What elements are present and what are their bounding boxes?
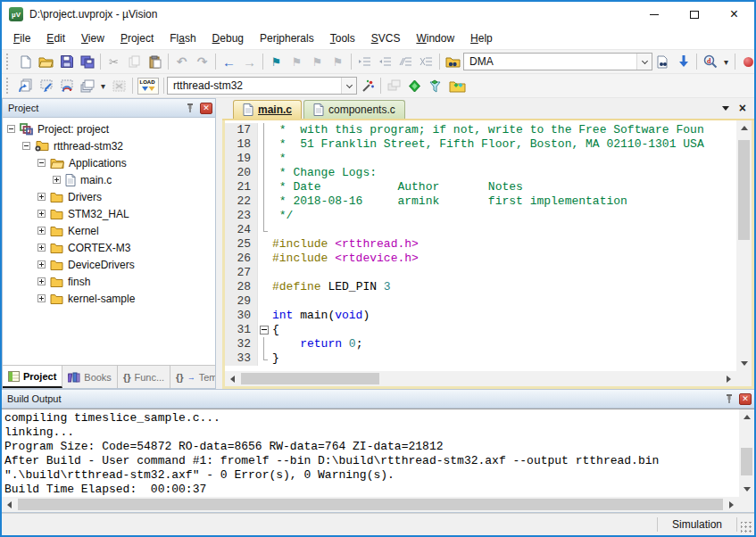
scroll-up-icon[interactable] bbox=[740, 409, 753, 425]
code-line[interactable]: 28#define LED_PIN 3 bbox=[225, 280, 736, 294]
tree-item-stm32-hal[interactable]: STM32_HAL bbox=[3, 205, 215, 222]
scroll-thumb[interactable] bbox=[18, 499, 723, 510]
copy-icon[interactable] bbox=[124, 52, 145, 71]
menu-flash[interactable]: Flash bbox=[162, 27, 204, 50]
toolbar-grip[interactable] bbox=[6, 54, 11, 70]
undo-icon[interactable]: ↶ bbox=[171, 52, 192, 71]
document-tab-components-c[interactable]: components.c bbox=[303, 100, 405, 119]
panel-tab-books[interactable]: Books bbox=[62, 366, 118, 388]
new-file-icon[interactable] bbox=[15, 52, 36, 71]
options-for-target-icon[interactable] bbox=[357, 76, 378, 95]
indent-icon[interactable] bbox=[354, 52, 375, 71]
close-document-icon[interactable]: × bbox=[739, 102, 746, 114]
plus-expander-icon[interactable] bbox=[37, 193, 46, 201]
code-line[interactable]: 17 * with this program; if not, write to… bbox=[225, 123, 736, 137]
open-file-icon[interactable] bbox=[36, 52, 56, 71]
pin-icon[interactable] bbox=[723, 392, 735, 405]
menu-svcs[interactable]: SVCS bbox=[363, 27, 409, 50]
scroll-left-icon[interactable] bbox=[225, 372, 240, 385]
scroll-thumb[interactable] bbox=[741, 448, 752, 475]
plus-expander-icon[interactable] bbox=[37, 210, 46, 218]
maximize-button[interactable] bbox=[674, 2, 714, 27]
scroll-thumb[interactable] bbox=[241, 373, 379, 384]
scroll-down-icon[interactable] bbox=[740, 482, 753, 497]
build-horizontal-scrollbar[interactable] bbox=[2, 497, 739, 512]
scroll-down-icon[interactable] bbox=[737, 356, 751, 371]
chevron-down-icon[interactable] bbox=[341, 78, 356, 94]
tree-item-project-project[interactable]: Project: project bbox=[3, 120, 215, 137]
code-line[interactable]: 26#include <rtdevice.h> bbox=[225, 252, 736, 266]
editor-vertical-scrollbar[interactable] bbox=[736, 120, 752, 371]
menu-help[interactable]: Help bbox=[462, 27, 501, 50]
plus-expander-icon[interactable] bbox=[37, 227, 46, 235]
code-line[interactable]: 29 bbox=[225, 294, 736, 309]
panel-tab-project[interactable]: Project bbox=[3, 366, 62, 388]
menu-peripherals[interactable]: Peripherals bbox=[252, 27, 322, 50]
bookmark-toggle-icon[interactable]: ⚑ bbox=[266, 52, 287, 71]
manage-project-items-icon[interactable] bbox=[384, 76, 404, 95]
close-panel-button[interactable]: ✕ bbox=[200, 103, 212, 114]
code-line[interactable]: 20 * Change Logs: bbox=[225, 166, 736, 180]
breakpoint-icon[interactable] bbox=[738, 52, 754, 71]
scroll-right-icon[interactable] bbox=[721, 372, 736, 385]
close-panel-button[interactable]: ✕ bbox=[739, 393, 752, 405]
debug-dropdown-icon[interactable]: ▾ bbox=[720, 52, 732, 71]
menu-debug[interactable]: Debug bbox=[204, 27, 252, 50]
scroll-left-icon[interactable] bbox=[2, 498, 17, 511]
plus-expander-icon[interactable] bbox=[53, 176, 61, 184]
scroll-up-icon[interactable] bbox=[737, 120, 751, 136]
fold-collapse-icon[interactable] bbox=[257, 323, 269, 337]
pin-icon[interactable] bbox=[184, 102, 196, 114]
menu-view[interactable]: View bbox=[73, 27, 112, 50]
incremental-find-icon[interactable] bbox=[673, 52, 694, 71]
tree-item-devicedrivers[interactable]: DeviceDrivers bbox=[3, 256, 215, 273]
navigate-forward-icon[interactable]: → bbox=[239, 52, 260, 71]
save-icon[interactable] bbox=[56, 52, 77, 71]
code-view[interactable]: 17 * with this program; if not, write to… bbox=[225, 120, 736, 371]
chevron-down-icon[interactable] bbox=[636, 54, 652, 70]
select-software-packs-icon[interactable] bbox=[425, 76, 445, 95]
plus-expander-icon[interactable] bbox=[37, 277, 46, 285]
outdent-icon[interactable] bbox=[375, 52, 395, 71]
pack-installer-icon[interactable] bbox=[445, 76, 469, 95]
menu-file[interactable]: File bbox=[5, 27, 38, 50]
document-list-dropdown-icon[interactable] bbox=[722, 106, 729, 111]
minimize-button[interactable] bbox=[634, 2, 674, 27]
redo-icon[interactable]: ↷ bbox=[192, 52, 212, 71]
code-line[interactable]: 19 * bbox=[225, 152, 736, 166]
plus-expander-icon[interactable] bbox=[37, 260, 46, 268]
menu-edit[interactable]: Edit bbox=[38, 27, 73, 50]
build-output-text[interactable]: compiling timeslice_sample.c...linking..… bbox=[2, 409, 739, 497]
code-line[interactable]: 27 bbox=[225, 266, 736, 280]
menu-window[interactable]: Window bbox=[408, 27, 462, 50]
build-vertical-scrollbar[interactable] bbox=[739, 409, 754, 497]
code-line[interactable]: 22 * 2018-08-16 armink first implementat… bbox=[225, 194, 736, 209]
code-line[interactable]: 31{ bbox=[225, 323, 736, 337]
code-line[interactable]: 18 * 51 Franklin Street, Fifth Floor, Bo… bbox=[225, 137, 736, 152]
save-all-icon[interactable] bbox=[77, 52, 97, 71]
cut-icon[interactable]: ✂ bbox=[104, 52, 124, 71]
menu-tools[interactable]: Tools bbox=[322, 27, 363, 50]
uncomment-icon[interactable] bbox=[416, 52, 436, 71]
rebuild-all-icon[interactable] bbox=[56, 76, 77, 95]
tree-item-main-c[interactable]: main.c bbox=[3, 171, 215, 188]
batch-build-icon[interactable] bbox=[77, 76, 97, 95]
minus-expander-icon[interactable] bbox=[37, 159, 46, 167]
build-target-icon[interactable] bbox=[36, 76, 56, 95]
menu-project[interactable]: Project bbox=[112, 27, 162, 50]
bookmark-next-icon[interactable]: ⚑ bbox=[307, 52, 328, 71]
panel-tab-temp[interactable]: {}→Temp... bbox=[170, 366, 215, 388]
target-select-combo[interactable]: rtthread-stm32 bbox=[167, 77, 357, 95]
scroll-right-icon[interactable] bbox=[724, 498, 739, 511]
code-line[interactable]: 21 * Date Author Notes bbox=[225, 180, 736, 194]
tree-item-rtthread-stm32[interactable]: rtthread-stm32 bbox=[3, 137, 215, 154]
code-line[interactable]: 32 return 0; bbox=[225, 337, 736, 351]
comment-icon[interactable] bbox=[395, 52, 416, 71]
find-in-document-icon[interactable] bbox=[652, 52, 673, 71]
code-line[interactable]: 25#include <rtthread.h> bbox=[225, 237, 736, 252]
translate-file-icon[interactable] bbox=[15, 76, 36, 95]
code-line[interactable]: 23 */ bbox=[225, 209, 736, 223]
title-bar[interactable]: µV D:\project.uvprojx - µVision × bbox=[2, 2, 754, 27]
tree-item-drivers[interactable]: Drivers bbox=[3, 188, 215, 205]
tree-item-kernel-sample[interactable]: kernel-sample bbox=[3, 290, 215, 307]
